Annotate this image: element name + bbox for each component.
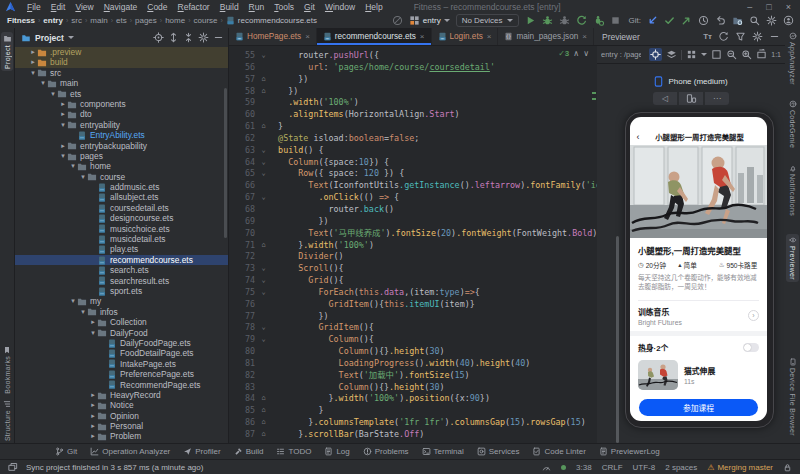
indent-style[interactable]: 2 spaces [665, 463, 697, 472]
lock-icon[interactable] [783, 463, 792, 472]
editor-tab-login.ets[interactable]: Login.ets× [432, 28, 499, 45]
maximize-button[interactable]: □ [766, 2, 771, 12]
menu-git[interactable]: Git [299, 2, 320, 12]
tree-item-HeavyRecord[interactable]: ▸HeavyRecord [15, 390, 228, 400]
tree-item-pages[interactable]: ▾pages [15, 151, 228, 161]
inspector-button[interactable] [649, 48, 662, 61]
tree-item-build[interactable]: ▸build [15, 57, 228, 67]
sidebar-tab-appanalyzer[interactable]: AppAnalyzer [786, 32, 799, 85]
tree-collapse-icon[interactable]: ▾ [79, 307, 87, 317]
tree-item-entryability[interactable]: ▾entryability [15, 120, 228, 130]
tree-item-course[interactable]: ▾course [15, 172, 228, 182]
tree-item-allsubject.ets[interactable]: allsubject.ets [15, 192, 228, 202]
menu-run[interactable]: Run [244, 2, 270, 12]
toolwindow-problems[interactable]: Problems [363, 447, 409, 456]
close-tab-icon[interactable]: × [305, 32, 310, 41]
fold-icon[interactable]: ⌄ [259, 168, 268, 180]
tree-item-RecommendPage.ets[interactable]: RecommendPage.ets [15, 380, 228, 390]
grid-view-button[interactable] [686, 49, 697, 60]
tree-collapse-icon[interactable]: ▾ [39, 78, 47, 88]
menu-view[interactable]: View [70, 2, 98, 12]
breadcrumb-item[interactable]: ets [116, 16, 127, 25]
project-folder-icon[interactable] [732, 15, 743, 26]
panel-settings-button[interactable] [198, 32, 209, 43]
fold-icon[interactable]: ⌄ [259, 192, 268, 204]
caret-position[interactable]: 3:38 [576, 463, 592, 472]
close-button[interactable]: × [786, 2, 791, 12]
toolwindow-operation-analyzer[interactable]: Operation Analyzer [90, 447, 170, 456]
tree-item-musicdetail.ets[interactable]: musicdetail.ets [15, 234, 228, 244]
breadcrumb-item[interactable]: main [90, 16, 107, 25]
join-course-button[interactable]: 参加课程 [639, 399, 758, 416]
toolwindow-profiler[interactable]: Profiler [183, 447, 220, 456]
tree-item-ets[interactable]: ▾ets [15, 89, 228, 99]
sidebar-tab-structure[interactable]: Structure [1, 400, 13, 441]
menu-window[interactable]: Window [320, 2, 360, 12]
tree-item-coursedetail.ets[interactable]: coursedetail.ets [15, 203, 228, 213]
menu-refactor[interactable]: Refactor [173, 2, 215, 12]
tree-item-entrybackupability[interactable]: ▸entrybackupability [15, 141, 228, 151]
tree-item-.preview[interactable]: ▸.preview [15, 47, 228, 57]
tree-collapse-icon[interactable]: ▾ [79, 172, 87, 182]
tree-item-PreferencePage.ets[interactable]: PreferencePage.ets [15, 369, 228, 379]
sidebar-tab-notifications[interactable]: Notifications [786, 164, 799, 216]
orientation-button[interactable] [679, 92, 703, 105]
breadcrumb-item[interactable]: Fitness [7, 16, 35, 25]
tree-item-DailyFood[interactable]: ▾DailyFood [15, 328, 228, 338]
layers-button[interactable] [666, 49, 677, 60]
inspection-widget[interactable]: ✓3 ∧ ∨ [558, 49, 589, 58]
warmup-toggle[interactable] [743, 343, 759, 352]
tree-item-searchresult.ets[interactable]: searchresult.ets [15, 276, 228, 286]
menu-file[interactable]: File [22, 2, 46, 12]
toolwindow-log[interactable]: Log [324, 447, 349, 456]
expand-all-button[interactable] [168, 32, 179, 43]
tree-item-Personal[interactable]: ▸Personal [15, 421, 228, 431]
tree-item-DailyFoodPage.ets[interactable]: DailyFoodPage.ets [15, 338, 228, 348]
refresh-icon[interactable] [718, 31, 729, 42]
tree-expand-icon[interactable]: ▸ [59, 109, 67, 119]
tree-item-Problem[interactable]: ▸Problem [15, 431, 228, 441]
restart-button[interactable] [576, 15, 587, 26]
tree-item-main[interactable]: ▾main [15, 78, 228, 88]
more-button[interactable]: ⋯ [705, 92, 729, 105]
font-size-icon[interactable]: Tᴛ [703, 32, 712, 41]
tree-item-search.ets[interactable]: search.ets [15, 265, 228, 275]
menu-tools[interactable]: Tools [269, 2, 299, 12]
git-commit-button[interactable] [664, 15, 675, 26]
sidebar-tab-previewer[interactable]: Previewer [786, 234, 799, 282]
tree-item-FoodDetailPage.ets[interactable]: FoodDetailPage.ets [15, 348, 228, 358]
tree-item-Opinion[interactable]: ▸Opinion [15, 411, 228, 421]
tree-expand-icon[interactable]: ▸ [59, 141, 67, 151]
sidebar-tab-bookmarks[interactable]: Bookmarks [1, 346, 13, 394]
run-config-selector[interactable]: entry [409, 15, 450, 26]
editor-tab-homepage.ets[interactable]: HomePage.ets× [229, 28, 317, 45]
project-scrollbar[interactable] [224, 88, 227, 238]
editor-tab-recommendcourse.ets[interactable]: recommendcourse.ets× [317, 28, 432, 45]
tree-item-sport.ets[interactable]: sport.ets [15, 286, 228, 296]
tree-item-src[interactable]: ▾src [15, 68, 228, 78]
menu-navigate[interactable]: Navigate [99, 2, 143, 12]
actual-size-button[interactable]: 1:1 [771, 51, 781, 58]
tree-expand-icon[interactable]: ▸ [89, 431, 97, 441]
attach-debugger-button[interactable] [559, 15, 570, 26]
toolwindow-services[interactable]: Services [477, 447, 520, 456]
tree-collapse-icon[interactable]: ▾ [69, 296, 77, 306]
tree-expand-icon[interactable]: ▸ [59, 99, 67, 109]
fold-icon[interactable]: ⌄ [259, 263, 268, 275]
sidebar-tab-project[interactable]: Project [1, 32, 13, 71]
fold-icon[interactable]: ⌄ [259, 334, 268, 346]
breadcrumb-item[interactable]: course [193, 16, 217, 25]
tree-collapse-icon[interactable]: ▾ [29, 68, 37, 78]
run-button[interactable] [525, 15, 536, 26]
preview-device-label[interactable]: Phone (medium) [597, 76, 785, 87]
git-branch-widget[interactable]: ⚠ Merging master [707, 463, 773, 472]
breadcrumb-item[interactable]: entry [43, 16, 63, 25]
settings-button[interactable] [766, 15, 777, 26]
fold-icon[interactable]: ⌄ [259, 287, 268, 299]
fold-icon[interactable]: ⌄ [259, 275, 268, 287]
zoom-in-button[interactable] [741, 49, 752, 60]
git-push-button[interactable] [681, 15, 692, 26]
fold-icon[interactable]: ⌄ [259, 157, 268, 169]
preview-target-label[interactable]: entry : /pages... [601, 50, 641, 59]
editor-scrollbar[interactable] [592, 58, 596, 438]
